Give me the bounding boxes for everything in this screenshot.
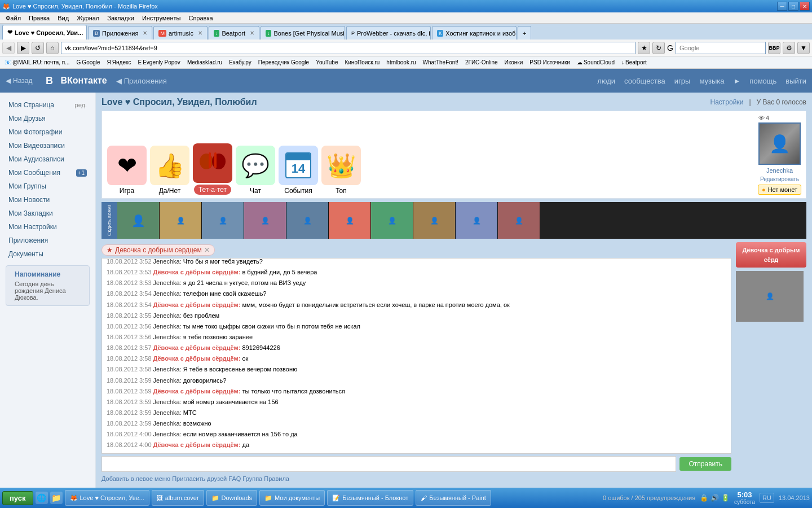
star-button[interactable]: ★ [638, 42, 650, 54]
message-input[interactable] [102, 456, 676, 472]
tab-new[interactable]: + [518, 26, 531, 40]
tab-close-3[interactable]: ✕ [250, 30, 254, 36]
app-icon-top[interactable]: 👑 Топ [321, 146, 361, 195]
menu-help[interactable]: Справка [185, 14, 216, 23]
vk-apps-nav[interactable]: ◀ Приложения [116, 77, 167, 85]
nav-help[interactable]: помощь [749, 77, 776, 85]
photo-thumb-8[interactable]: 👤 [456, 202, 498, 239]
bookmark-evgenly[interactable]: E Evgenly Popov [135, 59, 182, 66]
bookmark-icons[interactable]: Иконки [502, 59, 526, 66]
app-icon-game[interactable]: ❤ Игра [107, 146, 147, 195]
taskbar-album[interactable]: 🖼 album.cover [152, 490, 204, 506]
menu-tools[interactable]: Инструменты [139, 14, 184, 23]
bookmark-beatport[interactable]: ↓ Beatport [619, 59, 649, 66]
sidebar-my-page[interactable]: Моя Страница ред. [0, 98, 95, 112]
settings-link[interactable]: Настройки [710, 98, 744, 106]
bookmark-whatthefont[interactable]: WhatTheFont! [421, 59, 461, 66]
home-button[interactable]: ⌂ [46, 42, 59, 54]
tab-artimusic[interactable]: M artimusic ✕ [153, 26, 208, 40]
tab-apps[interactable]: B Приложения ✕ [88, 26, 152, 40]
submit-button[interactable]: Отправить [679, 457, 731, 471]
bookmark-translate[interactable]: Переводчик Google [256, 59, 311, 66]
bookmark-kinopoisk[interactable]: КиноПоиск.ru [342, 59, 382, 66]
sidebar-bookmarks[interactable]: Мои Закладки [0, 207, 95, 220]
quicklaunch-folder[interactable]: 📁 [50, 492, 63, 504]
nav-logout[interactable]: выйти [785, 77, 806, 85]
sidebar-apps[interactable]: Приложения [0, 234, 95, 247]
taskbar-notepad[interactable]: 📝 Безымянный - Блокнот [327, 490, 413, 506]
bookmark-ekabu[interactable]: Екабу.ру [227, 59, 254, 66]
photo-thumb-0[interactable]: 👤 [117, 202, 160, 239]
bookmark-2gis[interactable]: 2ГИС-Online [463, 59, 500, 66]
say-to-all-btn[interactable]: Скдить всем! [102, 202, 117, 239]
photo-thumb-7[interactable]: 👤 [413, 202, 456, 239]
sidebar-videos[interactable]: Мои Видеозаписи [0, 139, 95, 152]
address-input[interactable] [61, 42, 636, 54]
sidebar-settings[interactable]: Мои Настройки [0, 220, 95, 234]
search-input[interactable] [676, 42, 766, 54]
start-button[interactable]: пуск [2, 491, 33, 505]
nav-games[interactable]: игры [674, 77, 691, 85]
bookmark-google[interactable]: G Google [74, 59, 103, 66]
photo-thumb-9[interactable]: 👤 [498, 202, 540, 239]
close-button[interactable]: ✕ [800, 2, 810, 11]
minimize-button[interactable]: ─ [777, 2, 787, 11]
nav-music[interactable]: музыка [699, 77, 724, 85]
nav-communities[interactable]: сообщества [624, 77, 665, 85]
addon-btn-3[interactable]: ▼ [797, 42, 810, 54]
taskbar-paint[interactable]: 🖌 Безымянный - Paint [416, 490, 491, 506]
bookmark-soundcloud[interactable]: ☁ SoundCloud [575, 59, 617, 66]
sidebar-docs[interactable]: Документы [0, 247, 95, 261]
sidebar-friends[interactable]: Мои Друзья [0, 112, 95, 125]
sidebar-messages[interactable]: Мои Сообщения +1 [0, 166, 95, 179]
coins-area[interactable]: ● Нет монет [758, 185, 801, 195]
tag-close-icon[interactable]: ✕ [204, 246, 210, 254]
tab-close-1[interactable]: ✕ [143, 30, 147, 36]
back-button[interactable]: ◀ [2, 42, 15, 54]
app-icon-events[interactable]: 14 События [278, 146, 319, 195]
sidebar-audio[interactable]: Мои Аудиозаписи [0, 152, 95, 166]
bookmark-htmlbook[interactable]: htmlbook.ru [384, 59, 418, 66]
photo-thumb-6[interactable]: 👤 [371, 202, 413, 239]
reload-button[interactable]: ↺ [32, 42, 44, 54]
menu-file[interactable]: Файл [2, 14, 24, 23]
menu-bookmarks[interactable]: Закладки [104, 14, 138, 23]
top-user-photo-0[interactable]: 👤 [736, 271, 804, 322]
nav-more[interactable]: ► [733, 77, 740, 85]
tab-close-2[interactable]: ✕ [198, 30, 202, 36]
taskbar-downloads[interactable]: 📁 Downloads [206, 490, 257, 506]
menu-edit[interactable]: Правка [25, 14, 53, 23]
tab-love[interactable]: ❤ Love ♥ Спросил, Уви... ✕ [2, 25, 87, 40]
forward-button[interactable]: ▶ [17, 42, 29, 54]
app-icon-danet[interactable]: 👍 Да/Нет [149, 146, 190, 195]
photo-thumb-2[interactable]: 👤 [202, 202, 244, 239]
bookmark-yandex[interactable]: Я Яндекс [105, 59, 134, 66]
maximize-button[interactable]: □ [788, 2, 798, 11]
menu-view[interactable]: Вид [54, 14, 72, 23]
profile-edit[interactable]: Редактировать [760, 176, 799, 182]
bookmark-mail[interactable]: 📧 @MAIL.RU: почта, п... [2, 59, 72, 66]
bookmark-mediasklad[interactable]: Mediasklad.ru [185, 59, 224, 66]
addon-btn-2[interactable]: ⚙ [783, 42, 795, 54]
menu-journal[interactable]: Журнал [73, 14, 103, 23]
bookmark-youtube[interactable]: YouTube [314, 59, 340, 66]
lang-indicator[interactable]: RU [760, 493, 774, 503]
nav-people[interactable]: люди [597, 77, 615, 85]
taskbar-docs[interactable]: 📁 Мои документы [259, 490, 325, 506]
addon-btn-1[interactable]: BBP [768, 42, 780, 54]
tab-prowebber[interactable]: P ProWebber - скачать dlc, ipb... ✕ [346, 26, 431, 40]
app-icon-tet[interactable]: Тет-а-тет [192, 143, 233, 195]
app-icon-chat[interactable]: 💬 Чат [235, 146, 276, 195]
photo-thumb-4[interactable]: 👤 [286, 202, 329, 239]
tab-hosting[interactable]: К Хостинг картинок и изобр... ✕ [432, 26, 517, 40]
photo-thumb-1[interactable]: 👤 [160, 202, 202, 239]
bookmark-psd[interactable]: PSD Источники [527, 59, 572, 66]
tab-beatport[interactable]: ↓ Beatport ✕ [209, 26, 259, 40]
refresh-indicator[interactable]: ↻ [652, 42, 665, 54]
top-user-card[interactable]: Дёвочка с добрым сёрд [736, 242, 806, 268]
profile-name[interactable]: Jenechka [766, 167, 793, 174]
sidebar-groups[interactable]: Мои Группы [0, 179, 95, 193]
sidebar-photos[interactable]: Мои Фотографии [0, 125, 95, 139]
back-nav[interactable]: ◀ Назад [6, 77, 32, 85]
tab-bones[interactable]: ↓ Bones [Get Physical Music]... ✕ [261, 26, 345, 40]
